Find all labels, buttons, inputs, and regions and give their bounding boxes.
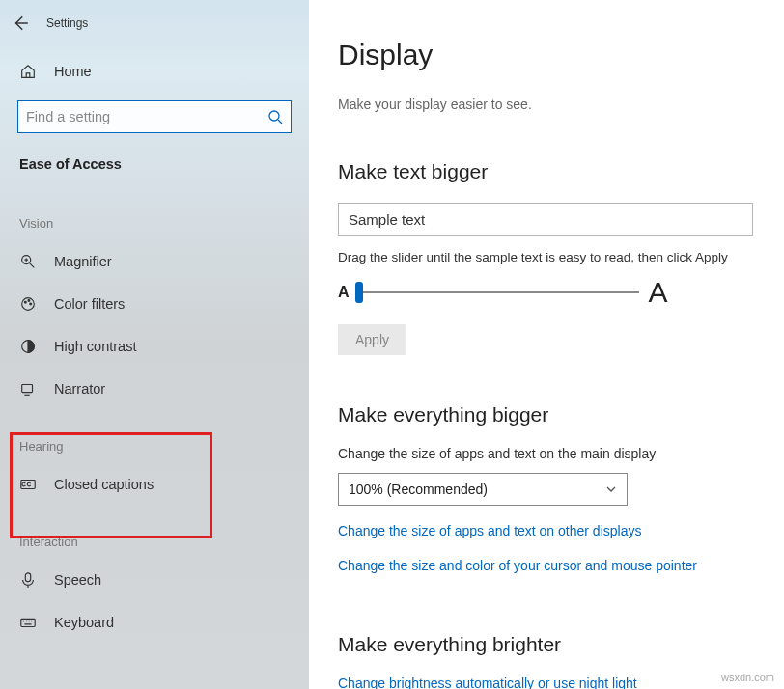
dropdown-value: 100% (Recommended) xyxy=(349,482,488,497)
section-make-everything-bigger: Make everything bigger xyxy=(338,403,755,427)
watermark: wsxdn.com xyxy=(721,672,774,683)
slider-description: Drag the slider until the sample text is… xyxy=(338,250,755,264)
svg-point-4 xyxy=(28,300,30,302)
sidebar-item-narrator[interactable]: Narrator xyxy=(0,368,309,410)
svg-rect-8 xyxy=(21,481,35,489)
svg-point-0 xyxy=(269,111,279,121)
nav-label: Color filters xyxy=(54,296,125,312)
section-make-brighter: Make everything brighter xyxy=(338,633,755,656)
group-label-hearing: Hearing xyxy=(0,410,309,463)
nav-label: High contrast xyxy=(54,339,136,354)
sidebar-item-keyboard[interactable]: Keyboard xyxy=(0,601,309,644)
search-box[interactable] xyxy=(17,100,292,133)
main-content: Display Make your display easier to see.… xyxy=(309,0,784,689)
sidebar: Settings Home Ease of Access Vision Magn… xyxy=(0,0,309,689)
palette-icon xyxy=(19,295,37,313)
back-icon[interactable] xyxy=(12,14,29,32)
scaling-description: Change the size of apps and text on the … xyxy=(338,446,755,461)
sidebar-item-magnifier[interactable]: Magnifier xyxy=(0,240,309,283)
svg-rect-10 xyxy=(21,619,35,626)
group-label-interaction: Interaction xyxy=(0,506,309,559)
titlebar-label: Settings xyxy=(46,16,88,30)
slider-min-label: A xyxy=(338,284,350,301)
scaling-dropdown[interactable]: 100% (Recommended) xyxy=(338,473,628,506)
text-size-slider[interactable] xyxy=(359,285,639,300)
sidebar-item-speech[interactable]: Speech xyxy=(0,559,309,601)
apply-button[interactable]: Apply xyxy=(338,324,406,355)
titlebar: Settings xyxy=(0,8,309,39)
search-icon xyxy=(267,109,283,124)
group-label-vision: Vision xyxy=(0,187,309,240)
link-cursor-pointer[interactable]: Change the size and color of your cursor… xyxy=(338,558,755,573)
cc-icon xyxy=(19,476,37,493)
svg-point-5 xyxy=(30,303,32,305)
svg-rect-7 xyxy=(22,385,33,393)
home-icon xyxy=(19,63,37,80)
mic-icon xyxy=(19,571,37,589)
nav-label: Keyboard xyxy=(54,615,114,630)
narrator-icon xyxy=(19,380,37,398)
slider-max-label: A xyxy=(649,276,668,309)
sidebar-item-closed-captions[interactable]: Closed captions xyxy=(0,463,309,506)
text-size-slider-row: A A xyxy=(338,276,755,309)
chevron-down-icon xyxy=(605,483,617,495)
category-label: Ease of Access xyxy=(0,133,309,187)
page-subtitle: Make your display easier to see. xyxy=(338,96,755,112)
magnifier-icon xyxy=(19,253,37,270)
link-brightness[interactable]: Change brightness automatically or use n… xyxy=(338,675,755,689)
nav-label: Magnifier xyxy=(54,254,112,269)
search-input[interactable] xyxy=(26,109,267,124)
nav-label: Speech xyxy=(54,572,101,588)
sidebar-item-home[interactable]: Home xyxy=(0,48,309,95)
nav-label: Narrator xyxy=(54,381,105,397)
slider-thumb[interactable] xyxy=(355,282,363,303)
sample-text-box: Sample text xyxy=(338,203,753,236)
sidebar-item-color-filters[interactable]: Color filters xyxy=(0,283,309,325)
svg-rect-9 xyxy=(25,573,30,582)
nav-label: Closed captions xyxy=(54,477,154,492)
sidebar-item-high-contrast[interactable]: High contrast xyxy=(0,325,309,368)
page-title: Display xyxy=(338,39,755,71)
keyboard-icon xyxy=(19,614,37,631)
svg-point-3 xyxy=(24,301,26,303)
contrast-icon xyxy=(19,338,37,355)
link-other-displays[interactable]: Change the size of apps and text on othe… xyxy=(338,523,755,538)
section-make-text-bigger: Make text bigger xyxy=(338,160,755,183)
home-label: Home xyxy=(54,64,92,79)
